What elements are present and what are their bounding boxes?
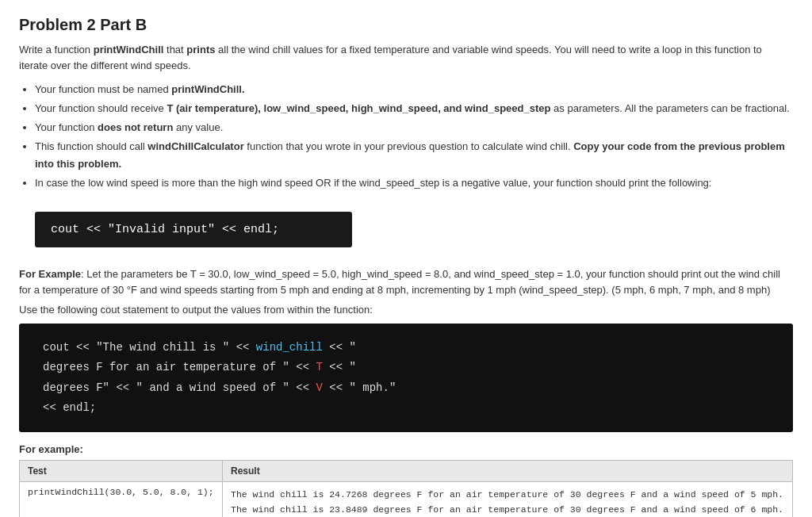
- intro-prints-bold: prints: [186, 44, 215, 56]
- invalid-input-block: cout << "Invalid input" << endl;: [35, 201, 793, 258]
- code-line-2: degrees F for an air temperature of " <<…: [43, 358, 769, 377]
- req-item-4: This function should call windChillCalcu…: [35, 138, 793, 173]
- table-row: printWindChill(30.0, 5.0, 8.0, 1); The w…: [20, 481, 793, 517]
- req-item-2: Your function should receive T (air temp…: [35, 100, 793, 117]
- intro-paragraph: Write a function printWindChill that pri…: [19, 42, 793, 73]
- req3-bold: does not return: [98, 121, 173, 133]
- table-header: Test Result: [20, 460, 793, 481]
- t-var: T: [316, 361, 322, 373]
- code-line-1: cout << "The wind chill is " << wind_chi…: [43, 338, 769, 358]
- table-body: printWindChill(30.0, 5.0, 8.0, 1); The w…: [20, 481, 793, 517]
- req4-bold: windChillCalculator: [147, 140, 243, 152]
- req-item-1: Your function must be named printWindChi…: [35, 81, 793, 98]
- v-var: V: [316, 381, 322, 394]
- req1-bold: printWindChill.: [171, 83, 244, 95]
- col-result: Result: [222, 460, 792, 481]
- col-test: Test: [20, 460, 223, 481]
- req2-bold: T (air temperature), low_wind_speed, hig…: [167, 102, 550, 114]
- req-item-5: In case the low wind speed is more than …: [35, 174, 793, 192]
- page-container: Problem 2 Part B Write a function printW…: [0, 0, 812, 517]
- code-line-3: degrees F" << " and a wind speed of " <<…: [43, 378, 769, 398]
- requirements-list: Your function must be named printWindChi…: [35, 81, 793, 193]
- page-title: Problem 2 Part B: [19, 16, 793, 34]
- for-example-paragraph: For Example: Let the parameters be T = 3…: [19, 266, 793, 300]
- invalid-input-code: cout << "Invalid input" << endl;: [35, 212, 352, 247]
- wind-chill-var: wind_chill: [256, 341, 323, 354]
- req-item-3: Your function does not return any value.: [35, 119, 793, 136]
- for-example-label: For example:: [19, 443, 793, 455]
- example-table: Test Result printWindChill(30.0, 5.0, 8.…: [19, 460, 793, 517]
- intro-func-bold: printWindChill: [94, 44, 164, 56]
- use-following-text: Use the following cout statement to outp…: [19, 304, 793, 316]
- for-example-bold: For Example: [19, 268, 81, 280]
- test-cell: printWindChill(30.0, 5.0, 8.0, 1);: [20, 481, 223, 517]
- cout-code-block: cout << "The wind chill is " << wind_chi…: [19, 324, 793, 432]
- code-line-4: << endl;: [43, 398, 769, 418]
- result-cell: The wind chill is 24.7268 degrees F for …: [222, 481, 792, 517]
- table-header-row: Test Result: [20, 460, 793, 481]
